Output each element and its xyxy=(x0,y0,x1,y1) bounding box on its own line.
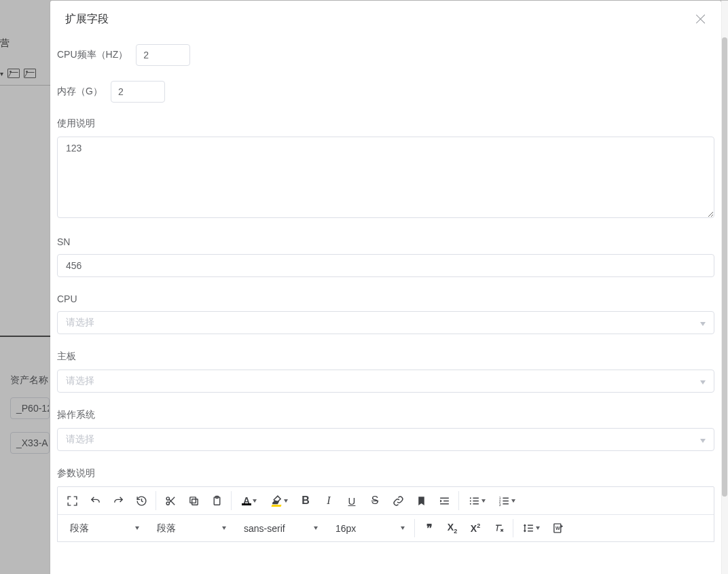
superscript-icon[interactable]: X2 xyxy=(465,519,486,538)
usage-block: 使用说明 123 xyxy=(57,118,714,220)
cpu-freq-row: CPU频率（HZ） xyxy=(57,44,714,66)
dropdown-value: 段落 xyxy=(157,522,176,535)
usage-label: 使用说明 xyxy=(57,118,714,130)
divider xyxy=(0,85,52,86)
modal-overlay: 扩展字段 CPU频率（HZ） 内存（G） 使用说明 123 SN CPU xyxy=(50,0,721,574)
bullet-list-button[interactable] xyxy=(463,491,490,510)
svg-rect-2 xyxy=(192,499,198,505)
chevron-down-icon xyxy=(284,499,288,503)
select-placeholder: 请选择 xyxy=(66,433,94,446)
cpu-freq-label: CPU频率（HZ） xyxy=(57,49,128,61)
mb-label: 主板 xyxy=(57,351,714,363)
bg-fragment: 营 xyxy=(0,37,8,48)
numbered-list-button[interactable]: 123 xyxy=(493,491,520,510)
chevron-down-icon xyxy=(401,526,405,530)
ram-row: 内存（G） xyxy=(57,81,714,103)
dropdown-value: 16px xyxy=(335,523,356,534)
italic-icon[interactable]: I xyxy=(318,491,339,510)
cpu-select[interactable]: 请选择 xyxy=(57,311,714,334)
chevron-down-icon xyxy=(536,526,540,530)
paragraph-style-select[interactable]: 段落 xyxy=(151,519,232,538)
param-label: 参数说明 xyxy=(57,467,714,480)
chevron-down-icon xyxy=(314,526,318,530)
chevron-down-icon: ▾ xyxy=(0,70,3,77)
usage-textarea[interactable]: 123 xyxy=(57,137,714,218)
param-block: 参数说明 xyxy=(57,467,714,542)
cpu-label: CPU xyxy=(57,293,714,304)
paste-icon[interactable] xyxy=(206,491,227,510)
dialog-body: CPU频率（HZ） 内存（G） 使用说明 123 SN CPU 请选择 xyxy=(50,37,721,574)
divider xyxy=(0,336,52,337)
clear-format-icon[interactable] xyxy=(488,519,509,538)
strikethrough-icon[interactable]: S xyxy=(365,491,385,510)
image-icon xyxy=(7,69,20,78)
sn-block: SN xyxy=(57,236,714,277)
asset-name-label: 资产名称 xyxy=(10,374,48,387)
editor-toolbar-row-1: A xyxy=(58,487,714,514)
subscript-icon[interactable]: X2 xyxy=(442,519,462,538)
dialog-header: 扩展字段 xyxy=(50,1,721,37)
color-swatch xyxy=(272,505,282,507)
chevron-down-icon xyxy=(481,499,486,503)
chevron-down-icon xyxy=(222,526,226,530)
image-icon xyxy=(24,69,36,78)
scrollbar-thumb[interactable] xyxy=(722,37,727,497)
svg-point-6 xyxy=(469,497,471,499)
ram-input[interactable] xyxy=(111,81,165,103)
quote-icon[interactable]: ❞ xyxy=(419,519,439,538)
select-placeholder: 请选择 xyxy=(66,375,94,387)
close-icon[interactable] xyxy=(695,14,706,24)
cpu-block: CPU 请选择 xyxy=(57,293,714,334)
fullscreen-icon[interactable] xyxy=(62,491,82,510)
paragraph-format-select[interactable]: 段落 xyxy=(65,519,145,538)
chevron-down-icon xyxy=(135,526,139,530)
chevron-down-icon xyxy=(253,499,257,503)
bold-icon[interactable]: B xyxy=(295,491,316,510)
mb-block: 主板 请选择 xyxy=(57,351,714,393)
svg-point-7 xyxy=(469,500,471,501)
ram-label: 内存（G） xyxy=(57,86,103,98)
extended-fields-dialog: 扩展字段 CPU频率（HZ） 内存（G） 使用说明 123 SN CPU xyxy=(50,1,721,574)
editor-toolbar-row-2: 段落 段落 sans-serif xyxy=(58,514,714,541)
highlight-color-button[interactable] xyxy=(266,491,293,510)
svg-text:2: 2 xyxy=(498,499,500,503)
asset-input-2[interactable]: _X33-A xyxy=(10,432,50,454)
chevron-down-icon xyxy=(700,317,706,328)
sn-input[interactable] xyxy=(57,254,714,277)
color-swatch xyxy=(242,503,251,505)
font-color-button[interactable]: A xyxy=(236,491,263,510)
mb-select[interactable]: 请选择 xyxy=(57,370,714,393)
bg-toolbar: ▾ xyxy=(0,67,52,80)
line-height-button[interactable] xyxy=(517,519,545,538)
copy-icon[interactable] xyxy=(183,491,204,510)
select-placeholder: 请选择 xyxy=(66,317,94,329)
indent-icon[interactable] xyxy=(434,491,454,510)
undo-icon[interactable] xyxy=(85,491,105,510)
font-family-select[interactable]: sans-serif xyxy=(238,519,323,538)
redo-icon[interactable] xyxy=(108,491,128,510)
asset-input-1[interactable]: _P60-12 xyxy=(10,397,50,419)
dropdown-value: 段落 xyxy=(70,522,89,535)
bookmark-icon[interactable] xyxy=(411,491,431,510)
history-icon[interactable] xyxy=(131,491,151,510)
font-size-select[interactable]: 16px xyxy=(330,519,410,538)
svg-point-8 xyxy=(469,503,471,504)
chevron-down-icon xyxy=(700,434,706,445)
chevron-down-icon xyxy=(700,376,706,387)
svg-rect-3 xyxy=(189,497,196,503)
svg-text:W: W xyxy=(555,526,560,531)
link-icon[interactable] xyxy=(388,491,408,510)
os-select[interactable]: 请选择 xyxy=(57,428,714,451)
cut-icon[interactable] xyxy=(160,491,181,510)
paste-word-icon[interactable]: W xyxy=(547,519,568,538)
os-label: 操作系统 xyxy=(57,409,714,421)
underline-icon[interactable]: U xyxy=(342,491,362,510)
os-block: 操作系统 请选择 xyxy=(57,409,714,451)
chevron-down-icon xyxy=(511,499,515,503)
svg-text:3: 3 xyxy=(498,503,500,506)
sn-label: SN xyxy=(57,236,714,247)
dropdown-value: sans-serif xyxy=(244,523,285,534)
rich-editor: A xyxy=(57,486,714,542)
cpu-freq-input[interactable] xyxy=(136,44,190,66)
svg-text:1: 1 xyxy=(498,496,500,499)
